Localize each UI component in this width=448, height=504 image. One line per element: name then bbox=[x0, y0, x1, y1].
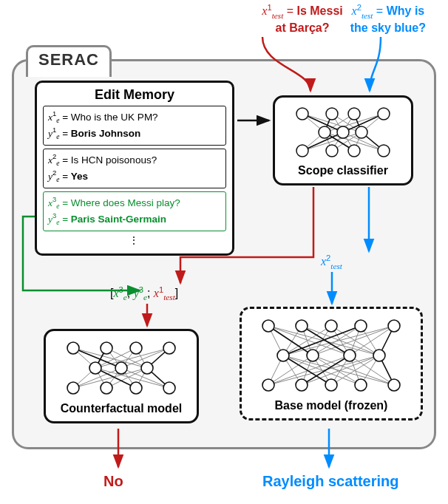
svg-point-138 bbox=[262, 379, 274, 391]
svg-point-79 bbox=[101, 382, 112, 394]
svg-point-81 bbox=[163, 382, 175, 394]
svg-point-133 bbox=[388, 320, 400, 332]
svg-point-37 bbox=[356, 126, 367, 138]
svg-point-41 bbox=[378, 145, 390, 157]
svg-point-72 bbox=[101, 342, 112, 354]
svg-point-73 bbox=[130, 342, 142, 354]
svg-point-77 bbox=[141, 362, 153, 374]
serac-container: SERAC Edit Memory x1e = Who is the UK PM… bbox=[12, 59, 436, 449]
svg-point-76 bbox=[115, 362, 127, 374]
svg-point-130 bbox=[296, 320, 308, 332]
edit-memory-entry-2: x2e = Is HCN poisonous? y2e = Yes bbox=[43, 149, 226, 188]
svg-point-31 bbox=[296, 108, 308, 120]
pass-through-label: x2test bbox=[321, 253, 342, 270]
edit-memory-entry-1: x1e = Who is the UK PM? y1e = Boris John… bbox=[43, 106, 226, 146]
svg-point-36 bbox=[337, 126, 349, 138]
svg-point-135 bbox=[307, 350, 319, 361]
counterfactual-model-box: Counterfactual model bbox=[44, 329, 199, 423]
counterfactual-model-nn-icon bbox=[53, 337, 189, 399]
svg-point-78 bbox=[67, 382, 79, 394]
counterfactual-model-label: Counterfactual model bbox=[53, 402, 189, 415]
svg-point-40 bbox=[348, 145, 360, 157]
svg-point-75 bbox=[89, 362, 101, 374]
x-test-2: x2test = Why is the sky blue? bbox=[350, 3, 426, 46]
svg-point-80 bbox=[130, 382, 142, 394]
svg-point-137 bbox=[373, 350, 385, 361]
concat-tuple-label: [x3e; y3e; x1test] bbox=[110, 285, 178, 302]
base-model-nn-icon bbox=[249, 315, 413, 396]
scope-classifier-label: Scope classifier bbox=[282, 164, 404, 177]
x-test-1: x1test = Is Messi at Barça? bbox=[262, 3, 342, 46]
scope-classifier-nn-icon bbox=[282, 103, 404, 161]
svg-point-74 bbox=[163, 342, 175, 354]
edit-memory-ellipsis: ⋮ bbox=[43, 234, 226, 246]
svg-point-33 bbox=[348, 108, 360, 120]
edit-memory-box: Edit Memory x1e = Who is the UK PM? y1e … bbox=[35, 81, 234, 256]
svg-point-34 bbox=[378, 108, 390, 120]
svg-point-32 bbox=[326, 108, 338, 120]
svg-point-38 bbox=[296, 145, 308, 157]
svg-point-131 bbox=[325, 320, 337, 332]
svg-point-129 bbox=[262, 320, 274, 332]
svg-point-142 bbox=[388, 379, 400, 391]
base-model-label: Base model (frozen) bbox=[249, 399, 413, 412]
edit-memory-title: Edit Memory bbox=[43, 87, 226, 103]
svg-point-140 bbox=[325, 379, 337, 391]
svg-point-141 bbox=[355, 379, 367, 391]
output-right: Rayleigh scattering bbox=[262, 473, 399, 490]
output-left: No bbox=[103, 473, 123, 490]
edit-memory-entry-3-matched: x3e = Where does Messi play? y3e = Paris… bbox=[43, 191, 226, 231]
scope-classifier-box: Scope classifier bbox=[273, 95, 413, 185]
svg-point-139 bbox=[296, 379, 308, 391]
svg-point-35 bbox=[319, 126, 330, 138]
base-model-box: Base model (frozen) bbox=[240, 307, 423, 420]
svg-point-134 bbox=[277, 350, 289, 361]
svg-point-71 bbox=[67, 342, 79, 354]
svg-point-132 bbox=[355, 320, 367, 332]
serac-title: SERAC bbox=[26, 45, 112, 77]
svg-point-39 bbox=[326, 145, 338, 157]
svg-point-136 bbox=[344, 350, 356, 361]
test-inputs-row: x1test = Is Messi at Barça? x2test = Why… bbox=[0, 3, 448, 46]
